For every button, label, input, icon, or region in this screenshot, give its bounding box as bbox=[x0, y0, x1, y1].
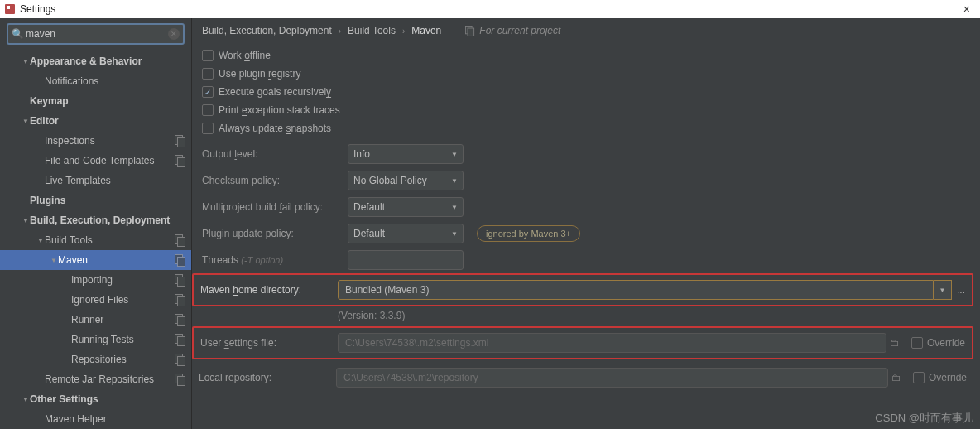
svg-rect-1 bbox=[7, 6, 10, 9]
checkbox-label: Execute goals recursively bbox=[219, 86, 331, 98]
clear-search-icon[interactable]: ✕ bbox=[168, 28, 180, 40]
sidebar-item-importing[interactable]: Importing bbox=[0, 270, 191, 290]
folder-icon[interactable]: 🗀 bbox=[886, 337, 903, 349]
local-repo-input[interactable]: C:\Users\74538\.m2\repository bbox=[336, 368, 888, 388]
plugin-update-policy-label: Plugin update policy: bbox=[202, 228, 348, 239]
sidebar-item-label: Maven bbox=[58, 254, 175, 266]
project-scope-icon bbox=[175, 254, 186, 266]
threads-label: Threads (-T option) bbox=[202, 254, 348, 266]
breadcrumb: Build, Execution, Deployment › Build Too… bbox=[192, 18, 980, 43]
browse-button[interactable]: ... bbox=[957, 284, 965, 296]
multiproject-policy-select[interactable]: Default▼ bbox=[348, 197, 464, 217]
sidebar-item-label: Build Tools bbox=[45, 234, 175, 246]
sidebar-item-inspections[interactable]: Inspections bbox=[0, 131, 191, 151]
maven-home-select[interactable]: Bundled (Maven 3) bbox=[338, 280, 934, 300]
checkbox-label: Work offline bbox=[219, 50, 271, 61]
checkbox[interactable] bbox=[202, 123, 214, 134]
chevron-down-icon: ▼ bbox=[451, 177, 458, 185]
search-field[interactable] bbox=[26, 28, 168, 40]
sidebar-item-plugins[interactable]: Plugins bbox=[0, 190, 191, 210]
chevron-down-icon: ▼ bbox=[451, 230, 458, 238]
title-bar: Settings × bbox=[0, 0, 980, 18]
sidebar-item-label: Maven Helper bbox=[45, 413, 186, 425]
search-icon: 🔍 bbox=[12, 28, 24, 40]
checkbox-option[interactable]: Use plugin registry bbox=[202, 65, 970, 83]
checkbox-option[interactable]: Always update snapshots bbox=[202, 119, 970, 137]
project-scope-icon bbox=[175, 334, 186, 345]
project-scope-icon bbox=[175, 294, 186, 306]
project-scope-icon bbox=[175, 234, 186, 246]
expand-icon: ▼ bbox=[22, 118, 30, 125]
sidebar-item-runner[interactable]: Runner bbox=[0, 310, 191, 330]
checkbox-label: Print exception stack traces bbox=[219, 104, 340, 116]
close-icon[interactable]: × bbox=[957, 2, 977, 16]
sidebar-item-remote-jar-repositories[interactable]: Remote Jar Repositories bbox=[0, 369, 191, 389]
sidebar-item-label: Running Tests bbox=[71, 334, 175, 345]
sidebar-item-label: Build, Execution, Deployment bbox=[30, 214, 186, 226]
expand-icon: ▼ bbox=[36, 237, 45, 244]
sidebar-item-label: Runner bbox=[71, 314, 175, 325]
sidebar-item-label: Notifications bbox=[45, 75, 186, 87]
checkbox-option[interactable]: Work offline bbox=[202, 46, 970, 65]
checkbox-option[interactable]: Print exception stack traces bbox=[202, 101, 970, 119]
sidebar-item-other-settings[interactable]: ▼Other Settings bbox=[0, 389, 191, 409]
maven-home-dropdown-button[interactable]: ▼ bbox=[934, 280, 952, 300]
sidebar-item-maven[interactable]: ▼Maven bbox=[0, 250, 191, 270]
sidebar-item-label: Repositories bbox=[71, 354, 175, 365]
project-scope-icon bbox=[175, 135, 186, 147]
breadcrumb-current: Maven bbox=[411, 25, 441, 36]
app-icon bbox=[3, 2, 17, 16]
expand-icon: ▼ bbox=[22, 58, 30, 65]
sidebar-item-ignored-files[interactable]: Ignored Files bbox=[0, 290, 191, 310]
project-scope-icon bbox=[175, 274, 186, 286]
sidebar-item-label: Remote Jar Repositories bbox=[45, 374, 175, 385]
chevron-down-icon: ▼ bbox=[451, 204, 458, 211]
project-scope-icon bbox=[175, 155, 186, 166]
watermark: CSDN @时而有事儿 bbox=[875, 411, 973, 426]
sidebar-item-label: Keymap bbox=[30, 95, 186, 107]
checkbox[interactable] bbox=[202, 104, 214, 116]
local-repo-section: Local repository: C:\Users\74538\.m2\rep… bbox=[192, 363, 973, 393]
breadcrumb-item[interactable]: Build, Execution, Deployment bbox=[202, 25, 332, 36]
user-settings-label: User settings file: bbox=[200, 337, 338, 349]
override-local-repo[interactable]: Override bbox=[913, 372, 967, 383]
sidebar-item-live-templates[interactable]: Live Templates bbox=[0, 171, 191, 190]
sidebar-item-running-tests[interactable]: Running Tests bbox=[0, 330, 191, 349]
search-input[interactable]: 🔍 ✕ bbox=[7, 23, 185, 45]
chevron-down-icon: ▼ bbox=[451, 151, 458, 158]
sidebar-item-file-and-code-templates[interactable]: File and Code Templates bbox=[0, 151, 191, 171]
sidebar-item-label: Importing bbox=[71, 274, 175, 286]
checkbox[interactable] bbox=[202, 86, 214, 98]
sidebar-item-label: Ignored Files bbox=[71, 294, 175, 306]
checkbox-option[interactable]: Execute goals recursively bbox=[202, 83, 970, 101]
maven-home-label: Maven home directory: bbox=[200, 284, 338, 296]
project-scope-icon bbox=[175, 354, 186, 365]
checkbox[interactable] bbox=[202, 50, 214, 61]
project-icon bbox=[465, 26, 475, 36]
sidebar-item-appearance-behavior[interactable]: ▼Appearance & Behavior bbox=[0, 51, 191, 71]
sidebar-item-maven-helper[interactable]: Maven Helper bbox=[0, 409, 191, 429]
checkbox[interactable] bbox=[202, 68, 214, 80]
folder-icon[interactable]: 🗀 bbox=[888, 372, 905, 383]
checksum-policy-select[interactable]: No Global Policy▼ bbox=[348, 171, 464, 190]
user-settings-input[interactable]: C:\Users\74538\.m2\settings.xml bbox=[338, 333, 886, 353]
output-level-select[interactable]: Info▼ bbox=[348, 144, 464, 164]
sidebar-item-build-execution-deployment[interactable]: ▼Build, Execution, Deployment bbox=[0, 210, 191, 230]
sidebar-item-repositories[interactable]: Repositories bbox=[0, 349, 191, 369]
settings-tree: ▼Appearance & BehaviorNotificationsKeyma… bbox=[0, 50, 191, 429]
output-level-label: Output level: bbox=[202, 148, 348, 160]
sidebar-item-notifications[interactable]: Notifications bbox=[0, 71, 191, 91]
sidebar-item-editor[interactable]: ▼Editor bbox=[0, 111, 191, 131]
sidebar-item-keymap[interactable]: Keymap bbox=[0, 91, 191, 111]
plugin-update-policy-select[interactable]: Default▼ bbox=[348, 224, 464, 243]
project-scope-icon bbox=[175, 314, 186, 325]
sidebar: 🔍 ✕ ▼Appearance & BehaviorNotificationsK… bbox=[0, 18, 192, 429]
scope-label: For current project bbox=[464, 25, 560, 36]
threads-input[interactable] bbox=[348, 250, 464, 270]
sidebar-item-label: File and Code Templates bbox=[45, 155, 175, 166]
override-user-settings[interactable]: Override bbox=[911, 337, 965, 349]
breadcrumb-item[interactable]: Build Tools bbox=[348, 25, 396, 36]
expand-icon: ▼ bbox=[22, 396, 30, 403]
checkbox-label: Use plugin registry bbox=[219, 68, 300, 80]
sidebar-item-build-tools[interactable]: ▼Build Tools bbox=[0, 230, 191, 250]
